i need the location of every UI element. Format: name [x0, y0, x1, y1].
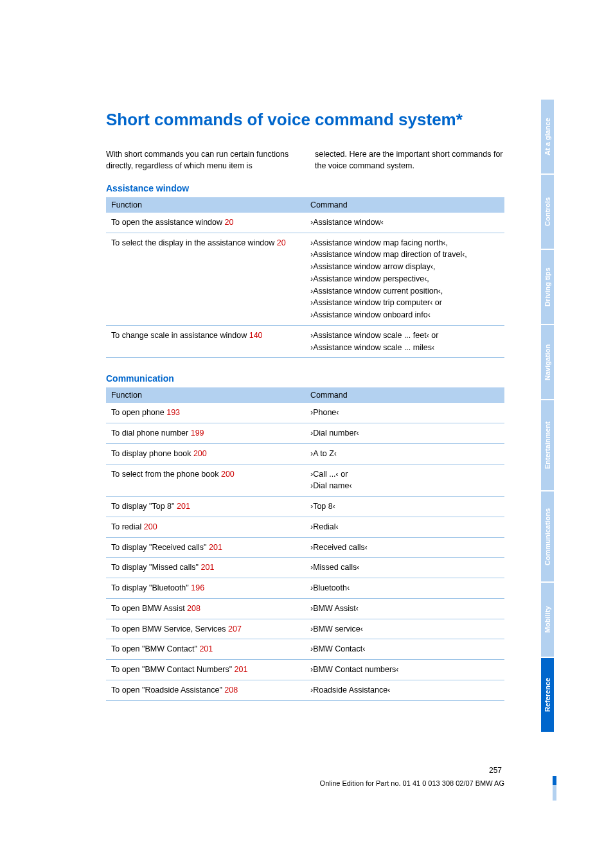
table-row: To open phone 193›Phone‹	[106, 403, 504, 423]
function-cell: To display "Top 8" 201	[106, 497, 305, 517]
th-function: Function	[106, 197, 305, 213]
page-link[interactable]: 201	[177, 502, 190, 511]
table-row: To display "Missed calls" 201›Missed cal…	[106, 558, 504, 578]
command-cell: ›BMW service‹	[305, 619, 504, 639]
page-link[interactable]: 208	[224, 686, 238, 695]
page-link[interactable]: 20	[277, 238, 286, 247]
table-row: To dial phone number 199›Dial number‹	[106, 423, 504, 444]
table-row: To select the display in the assistance …	[106, 233, 504, 325]
side-tab-entertainment[interactable]: Entertainment	[541, 400, 554, 490]
function-text: To select from the phone book	[111, 470, 221, 479]
page-link[interactable]: 207	[228, 624, 242, 633]
function-cell: To select the display in the assistance …	[106, 233, 305, 325]
table-row: To open BMW Assist 208›BMW Assist‹	[106, 598, 504, 619]
table-row: To open the assistance window 20›Assista…	[106, 213, 504, 233]
function-text: To dial phone number	[111, 429, 191, 438]
function-cell: To dial phone number 199	[106, 423, 305, 444]
command-cell: ›Assistance window map facing north‹, ›A…	[305, 233, 504, 325]
side-tab-driving-tips[interactable]: Driving tips	[541, 250, 554, 324]
page-link[interactable]: 200	[144, 522, 157, 531]
table-row: To display "Bluetooth" 196›Bluetooth‹	[106, 578, 504, 599]
command-cell: ›Missed calls‹	[305, 558, 504, 578]
assistance-table: Function Command To open the assistance …	[106, 197, 504, 359]
function-text: To display phone book	[111, 449, 193, 458]
table-row: To display "Top 8" 201›Top 8‹	[106, 497, 504, 517]
function-text: To display "Top 8"	[111, 502, 177, 511]
command-cell: ›Received calls‹	[305, 537, 504, 558]
function-text: To select the display in the assistance …	[111, 238, 277, 247]
page-link[interactable]: 201	[209, 543, 222, 552]
function-cell: To open the assistance window 20	[106, 213, 305, 233]
command-cell: ›BMW Contact numbers‹	[305, 660, 504, 680]
function-text: To display "Missed calls"	[111, 563, 200, 572]
side-tab-navigation[interactable]: Navigation	[541, 325, 554, 399]
function-cell: To redial 200	[106, 517, 305, 537]
intro-right: selected. Here are the important short c…	[315, 148, 504, 172]
function-text: To open phone	[111, 408, 166, 417]
edition-line: Online Edition for Part no. 01 41 0 013 …	[320, 779, 504, 787]
side-tab-reference[interactable]: Reference	[541, 658, 554, 732]
side-tabs: At a glanceControlsDriving tipsNavigatio…	[541, 100, 556, 733]
function-text: To open BMW Service, Services	[111, 624, 228, 633]
side-tab-controls[interactable]: Controls	[541, 175, 554, 249]
command-cell: ›Bluetooth‹	[305, 578, 504, 599]
function-text: To open "BMW Contact Numbers"	[111, 665, 235, 674]
function-cell: To display "Bluetooth" 196	[106, 578, 305, 599]
function-cell: To open phone 193	[106, 403, 305, 423]
function-text: To open "BMW Contact"	[111, 644, 199, 653]
side-tab-at-a-glance[interactable]: At a glance	[541, 100, 554, 173]
page-link[interactable]: 140	[249, 331, 263, 340]
page-link[interactable]: 20	[225, 218, 234, 227]
table-row: To change scale in assistance window 140…	[106, 325, 504, 358]
table-row: To open "BMW Contact Numbers" 201›BMW Co…	[106, 660, 504, 680]
command-cell: ›A to Z‹	[305, 443, 504, 464]
table-row: To open BMW Service, Services 207›BMW se…	[106, 619, 504, 639]
side-tab-mobility[interactable]: Mobility	[541, 583, 554, 657]
function-cell: To display "Received calls" 201	[106, 537, 305, 558]
function-text: To change scale in assistance window	[111, 331, 249, 340]
table-row: To open "BMW Contact" 201›BMW Contact‹	[106, 639, 504, 660]
side-tab-communications[interactable]: Communications	[541, 492, 554, 581]
intro-left: With short commands you can run certain …	[106, 148, 296, 172]
command-cell: ›Assistance window scale ... feet‹ or ›A…	[305, 325, 504, 358]
page-link[interactable]: 201	[235, 665, 248, 674]
section-heading-assistance: Assistance window	[106, 183, 504, 193]
communication-table: Function Command To open phone 193›Phone…	[106, 387, 504, 700]
section-heading-communication: Communication	[106, 373, 504, 384]
page-link[interactable]: 196	[191, 583, 204, 592]
page-link[interactable]: 201	[199, 644, 213, 653]
table-row: To redial 200›Redial‹	[106, 517, 504, 537]
page-number: 257	[489, 766, 502, 775]
function-cell: To open "BMW Contact Numbers" 201	[106, 660, 305, 680]
function-cell: To open "Roadside Assistance" 208	[106, 680, 305, 700]
page-link[interactable]: 200	[193, 449, 207, 458]
function-text: To display "Bluetooth"	[111, 583, 191, 592]
page-footer: 257 Online Edition for Part no. 01 41 0 …	[106, 766, 504, 788]
table-row: To open "Roadside Assistance" 208›Roadsi…	[106, 680, 504, 700]
page-link[interactable]: 200	[221, 470, 235, 479]
command-cell: ›Phone‹	[305, 403, 504, 423]
page-link[interactable]: 193	[166, 408, 180, 417]
function-text: To open "Roadside Assistance"	[111, 686, 224, 695]
function-text: To open BMW Assist	[111, 604, 187, 613]
table-row: To select from the phone book 200›Call .…	[106, 464, 504, 497]
function-cell: To open BMW Assist 208	[106, 598, 305, 619]
table-row: To display phone book 200›A to Z‹	[106, 443, 504, 464]
page-title: Short commands of voice command system*	[106, 109, 504, 130]
page-link[interactable]: 199	[191, 429, 204, 438]
function-cell: To select from the phone book 200	[106, 464, 305, 497]
function-cell: To open BMW Service, Services 207	[106, 619, 305, 639]
command-cell: ›Dial number‹	[305, 423, 504, 444]
function-cell: To display phone book 200	[106, 443, 305, 464]
th-function: Function	[106, 387, 305, 403]
function-cell: To open "BMW Contact" 201	[106, 639, 305, 660]
command-cell: ›Redial‹	[305, 517, 504, 537]
function-cell: To change scale in assistance window 140	[106, 325, 305, 358]
table-row: To display "Received calls" 201›Received…	[106, 537, 504, 558]
command-cell: ›Assistance window‹	[305, 213, 504, 233]
th-command: Command	[305, 197, 504, 213]
page-link[interactable]: 201	[200, 563, 214, 572]
page-link[interactable]: 208	[187, 604, 200, 613]
function-text: To display "Received calls"	[111, 543, 209, 552]
command-cell: ›Roadside Assistance‹	[305, 680, 504, 700]
